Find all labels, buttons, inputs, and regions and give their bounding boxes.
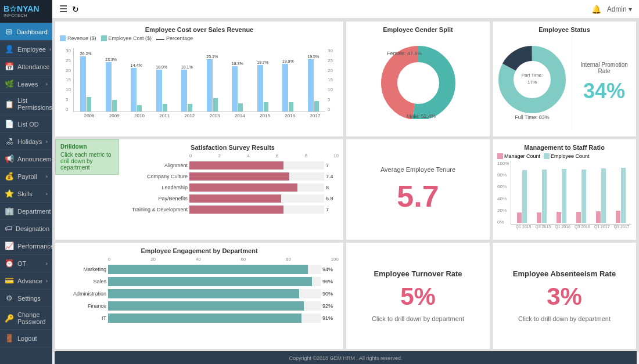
sidebar-item-logout[interactable]: 🚪 Logout: [0, 330, 52, 347]
legend-revenue-dot: [60, 35, 66, 41]
drilldown-text: Click each metric to drill down by depar…: [60, 152, 114, 171]
topbar-right: 🔔 Admin ▾: [591, 5, 632, 14]
engagement-title: Employee Engagement by Department: [60, 247, 339, 254]
engagement-bar-track: [108, 277, 321, 286]
sidebar-item-attendance[interactable]: 📅 Attendance ›: [0, 58, 52, 75]
settings-icon: ⚙: [5, 294, 14, 302]
survey-bar-fill: [189, 194, 281, 203]
sidebar-label-employee: Employee: [17, 46, 46, 53]
engagement-bar-row: Marketing94%: [60, 265, 339, 274]
survey-bar-row: Pay/Benefits6.8: [127, 194, 339, 203]
sidebar-item-announcements[interactable]: 📢 Announcements ›: [0, 150, 52, 168]
chevron-icon: ›: [49, 46, 51, 52]
cost-bar: [264, 102, 268, 111]
change-password-icon: 🔑: [5, 314, 14, 323]
sidebar-item-performance[interactable]: 📈 Performance ›: [0, 237, 52, 255]
sidebar-item-leaves[interactable]: 🌿 Leaves ›: [0, 75, 52, 93]
drilldown-box: Drilldown Click each metric to drill dow…: [55, 139, 119, 175]
status-donut-area: Part Time: 17% Full Time: 83%: [497, 35, 567, 129]
mgmt-y-axis: 100%80%60%40%20%0%: [497, 161, 511, 225]
employee-legend-dot: [544, 153, 550, 159]
sidebar-item-payroll[interactable]: 💰 Payroll ›: [0, 168, 52, 185]
employee-bar: [581, 170, 586, 223]
cost-x-label: 2013: [203, 113, 227, 118]
cost-chart-bars: 302520151050 26.2%23.3%14.4%18.0%18.1%25…: [66, 42, 333, 112]
legend-cost-label: Employee Cost ($): [109, 35, 152, 41]
sidebar-item-skills[interactable]: ⭐ Skills ›: [0, 185, 52, 203]
sidebar-item-list-permissions[interactable]: 📋 List Permissions: [0, 93, 52, 116]
manager-bar: [616, 211, 620, 223]
topbar-left: ☰ ↻: [59, 3, 79, 15]
engagement-bar-label: Sales: [60, 279, 106, 284]
cost-chart-title: Employee Cost over Sales Revenue: [60, 26, 339, 33]
survey-bar-label: Training & Development: [127, 207, 188, 212]
engagement-bar-row: Finance92%: [60, 301, 339, 311]
survey-card: Drilldown Click each metric to drill dow…: [55, 139, 344, 240]
turnover-title: Employee Turnover Rate: [374, 269, 462, 278]
manager-bar: [557, 212, 561, 223]
cost-x-label: 2011: [153, 113, 177, 118]
sidebar-item-department[interactable]: 🏢 Department ›: [0, 203, 52, 220]
chevron-icon: ›: [46, 139, 48, 145]
notification-bell[interactable]: 🔔: [591, 5, 601, 14]
sidebar-item-dashboard[interactable]: ⊞ Dashboard: [0, 23, 52, 41]
promotion-area: Internal Promotion Rate 34%: [572, 35, 631, 129]
sidebar-item-ot[interactable]: ⏰ OT ›: [0, 255, 52, 272]
brand-sub: INFOTECH: [3, 13, 40, 18]
sidebar-label-skills: Skills: [17, 190, 42, 197]
cost-year-group: 23.3%: [99, 48, 123, 111]
sidebar-item-change-password[interactable]: 🔑 Change Password: [0, 307, 52, 330]
survey-bar-value: 7: [326, 207, 339, 212]
manager-bar: [537, 212, 541, 223]
chevron-icon: ›: [46, 81, 48, 87]
refresh-icon[interactable]: ↻: [72, 5, 79, 14]
menu-icon[interactable]: ☰: [59, 3, 67, 15]
engagement-bar-row: IT91%: [60, 313, 339, 323]
legend-pct-label: Percentage: [166, 35, 193, 41]
logo: B☆NYAN INFOTECH: [0, 0, 52, 23]
sidebar: B☆NYAN INFOTECH ⊞ Dashboard 👤 Employee ›…: [0, 0, 52, 364]
mgmt-quarter-group: [512, 162, 532, 223]
cost-bar: [289, 102, 293, 111]
mgmt-quarter-group: [611, 162, 630, 223]
sidebar-label-dashboard: Dashboard: [16, 28, 48, 35]
cost-bars-area: 26.2%23.3%14.4%18.0%18.1%25.1%18.3%19.7%…: [73, 48, 325, 112]
engagement-bar-track: [108, 313, 321, 323]
ot-icon: ⏰: [5, 259, 14, 268]
footer-text: Copyright ©2018 GEM HRM . All rights res…: [289, 355, 402, 361]
sidebar-item-list-od[interactable]: 📄 List OD: [0, 116, 52, 133]
absenteeism-card[interactable]: Employee Absenteeism Rate 3% Click to dr…: [492, 242, 637, 349]
performance-icon: 📈: [5, 242, 14, 250]
sidebar-item-employee[interactable]: 👤 Employee ›: [0, 41, 52, 58]
gender-donut-svg: Female: 47.6% Male: 52.4%: [378, 44, 459, 119]
mgmt-chart-area: 100%80%60%40%20%0%: [497, 161, 631, 225]
engagement-bar-track: [108, 289, 321, 298]
cost-x-label: 2009: [102, 113, 126, 118]
cost-year-group: 26.2%: [74, 48, 98, 111]
fulltime-label: Full Time: 83%: [515, 114, 550, 120]
payroll-icon: 💰: [5, 172, 14, 181]
employee-bar: [601, 168, 606, 223]
survey-bar-track: [189, 172, 324, 181]
engagement-bar-row: Administration90%: [60, 289, 339, 298]
topbar: ☰ ↻ 🔔 Admin ▾: [52, 0, 639, 19]
main-content: ☰ ↻ 🔔 Admin ▾ Employee Cost over Sales R…: [52, 0, 639, 364]
engagement-bar-fill: [108, 301, 304, 311]
designation-icon: 🏷: [5, 224, 12, 233]
dashboard-icon: ⊞: [5, 27, 13, 36]
sidebar-label-list-permissions: List Permissions: [17, 97, 52, 111]
revenue-bar: [181, 70, 187, 111]
sidebar-item-holidays[interactable]: 🏖 Holidays ›: [0, 133, 52, 150]
admin-menu[interactable]: Admin ▾: [607, 5, 632, 13]
sidebar-item-advance[interactable]: 💳 Advance ›: [0, 272, 52, 290]
chevron-icon: ›: [46, 191, 48, 197]
sidebar-label-list-od: List OD: [17, 121, 48, 128]
engagement-bar-row: Sales96%: [60, 277, 339, 286]
cost-x-label: 2017: [303, 113, 327, 118]
sidebar-item-designation[interactable]: 🏷 Designation ›: [0, 220, 52, 237]
turnover-card[interactable]: Employee Turnover Rate 5% Click to drill…: [346, 242, 490, 349]
mgmt-quarter-group: [572, 162, 591, 223]
revenue-bar: [80, 56, 86, 111]
sidebar-item-settings[interactable]: ⚙ Settings: [0, 290, 52, 307]
cost-bar: [137, 105, 142, 111]
